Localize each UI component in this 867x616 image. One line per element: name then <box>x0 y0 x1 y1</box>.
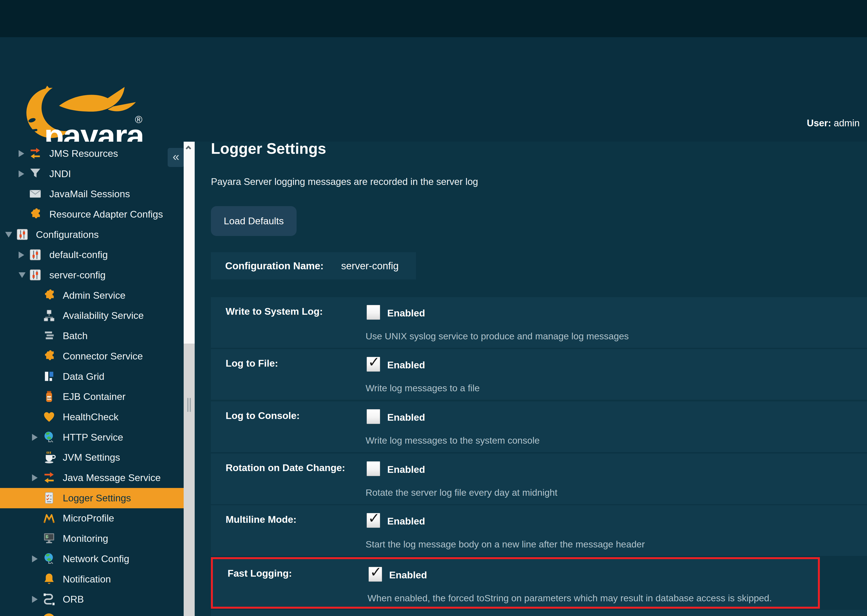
sidebar-item-label: Notification <box>63 569 111 589</box>
setting-label: Multiline Mode: <box>226 514 296 525</box>
header: payara ® COMMUNITY User:admin <box>0 37 867 141</box>
sidebar-item-network-config[interactable]: Network Config <box>0 549 184 569</box>
expand-arrow-right-icon[interactable] <box>32 596 38 603</box>
setting-description: Write log messages to the system console <box>366 435 540 446</box>
sidebar-item-monitoring[interactable]: Monitoring <box>0 528 184 549</box>
checkmark-icon: ✓ <box>368 510 380 526</box>
sidebar-item-label: EJB Container <box>63 387 126 407</box>
configuration-name-panel: Configuration Name: server-config <box>211 252 416 280</box>
sidebar-item-configurations[interactable]: Configurations <box>0 225 184 245</box>
sidebar-collapse-button[interactable]: « <box>168 148 184 167</box>
enabled-checkbox[interactable]: ✓ <box>367 461 380 476</box>
sidebar-item-label: Connector Service <box>63 346 143 366</box>
load-defaults-button[interactable]: Load Defaults <box>211 206 297 236</box>
sidebar-item-ejb-container[interactable]: JAREJB Container <box>0 387 184 407</box>
sidebar-item-label: Resource Adapter Configs <box>49 204 163 225</box>
setting-label: Write to System Log: <box>226 306 323 317</box>
enabled-label: Enabled <box>387 412 425 423</box>
registered-mark-icon: ® <box>135 114 142 126</box>
collapse-chevrons-icon: « <box>173 150 179 163</box>
page-subtitle: Payara Server logging messages are recor… <box>211 176 478 187</box>
puzzle-icon <box>42 349 56 363</box>
top-bar <box>0 0 867 37</box>
sidebar-item-server-config[interactable]: server-config <box>0 265 184 285</box>
sidebar-item-connector-service[interactable]: Connector Service <box>0 346 184 366</box>
enabled-label: Enabled <box>387 360 425 371</box>
cable-icon <box>42 592 56 606</box>
bell-icon <box>42 572 56 586</box>
setting-label: Log to File: <box>226 358 278 369</box>
setting-label: Log to Console: <box>226 410 300 421</box>
enabled-checkbox[interactable]: ✓ <box>367 357 380 372</box>
setting-description: Write log messages to a file <box>366 383 479 393</box>
sidebar-item-jvm-settings[interactable]: JVM Settings <box>0 448 184 468</box>
expand-arrow-right-icon[interactable] <box>32 434 38 441</box>
main-content: Logger Settings Payara Server logging me… <box>195 141 867 616</box>
setting-row-log-to-file: Log to File:✓EnabledWrite log messages t… <box>211 349 867 400</box>
sidebar-item-jms-resources[interactable]: JMS Resources <box>0 143 184 164</box>
splitter-grip[interactable] <box>187 398 188 412</box>
sidebar-item-label: server-config <box>49 265 105 285</box>
sidebar-item-label: default-config <box>49 245 108 265</box>
globe-icon <box>42 552 56 566</box>
enabled-checkbox[interactable]: ✓ <box>369 567 382 581</box>
checkmark-icon: ✓ <box>368 354 380 370</box>
sidebar-item-orb[interactable]: ORB <box>0 589 184 610</box>
enabled-checkbox[interactable]: ✓ <box>367 305 380 320</box>
user-info: User:admin <box>807 118 860 129</box>
sidebar-item-label: JavaMail Sessions <box>49 184 130 204</box>
setting-description: Start the log message body on a new line… <box>366 539 645 550</box>
sidebar-item-label: Availability Service <box>63 306 144 326</box>
enabled-checkbox[interactable]: ✓ <box>367 409 380 424</box>
expand-arrow-right-icon[interactable] <box>19 251 24 258</box>
sidebar-item-batch[interactable]: Batch <box>0 326 184 346</box>
sidebar-scrollbar[interactable] <box>184 141 195 616</box>
sidebar-item-healthcheck[interactable]: HealthCheck <box>0 407 184 427</box>
sidebar-item-http-service[interactable]: HTTP Service <box>0 427 184 448</box>
sidebar-item-data-grid[interactable]: Data Grid <box>0 366 184 387</box>
scrollbar-thumb[interactable] <box>184 141 195 344</box>
microprofile-m-icon <box>42 512 56 525</box>
svg-text:JAR: JAR <box>47 397 52 399</box>
sidebar-item-logger-settings[interactable]: Logger Settings <box>0 488 184 508</box>
collapse-arrow-down-icon[interactable] <box>5 232 12 237</box>
collapse-arrow-down-icon[interactable] <box>19 272 25 278</box>
sidebar-item-javamail-sessions[interactable]: JavaMail Sessions <box>0 184 184 204</box>
configuration-name-label: Configuration Name: <box>225 252 324 280</box>
heart-icon <box>42 410 56 423</box>
sidebar-item-label: JNDI <box>49 164 71 184</box>
configuration-name-value: server-config <box>341 252 399 280</box>
setting-row-fast-logging: Fast Logging:✓EnabledWhen enabled, the f… <box>211 557 820 609</box>
sidebar-item-jndi[interactable]: JNDI <box>0 164 184 184</box>
puzzle-icon <box>28 207 42 221</box>
sidebar-item-label: Logger Settings <box>63 488 131 508</box>
sidebar-item-availability-service[interactable]: Availability Service <box>0 306 184 326</box>
expand-arrow-right-icon[interactable] <box>19 150 24 157</box>
expand-arrow-right-icon[interactable] <box>19 170 24 178</box>
setting-description: When enabled, the forced toString on par… <box>368 593 772 603</box>
server-network-icon <box>42 309 56 322</box>
user-name: admin <box>834 118 860 128</box>
setting-label: Rotation on Date Change: <box>226 462 345 473</box>
payara-admin-console: payara ® COMMUNITY User:admin JMS Resour… <box>0 0 867 616</box>
double-arrows-icon <box>28 147 42 160</box>
splitter-grip[interactable] <box>190 398 191 412</box>
funnel-icon <box>28 167 42 181</box>
sliders-icon <box>28 268 42 281</box>
expand-arrow-right-icon[interactable] <box>32 475 38 481</box>
sidebar-item-default-config[interactable]: default-config <box>0 245 184 265</box>
sidebar-item-microprofile[interactable]: MicroProfile <box>0 508 184 529</box>
sidebar-item-java-message-service[interactable]: Java Message Service <box>0 468 184 488</box>
sidebar-item-admin-service[interactable]: Admin Service <box>0 285 184 306</box>
user-label: User: <box>807 118 831 128</box>
expand-arrow-right-icon[interactable] <box>32 555 38 563</box>
enabled-label: Enabled <box>387 515 425 527</box>
setting-description: Use UNIX syslog service to produce and m… <box>366 331 629 341</box>
enabled-checkbox[interactable]: ✓ <box>367 513 380 528</box>
sidebar-item-label: Network Config <box>63 549 129 569</box>
enabled-label: Enabled <box>387 308 425 319</box>
sidebar-item-resource-adapter-configs[interactable]: Resource Adapter Configs <box>0 204 184 225</box>
globe-icon <box>42 431 56 444</box>
sidebar-item-notification[interactable]: Notification <box>0 569 184 589</box>
setting-row-multiline-mode: Multiline Mode:✓EnabledStart the log mes… <box>211 505 867 556</box>
